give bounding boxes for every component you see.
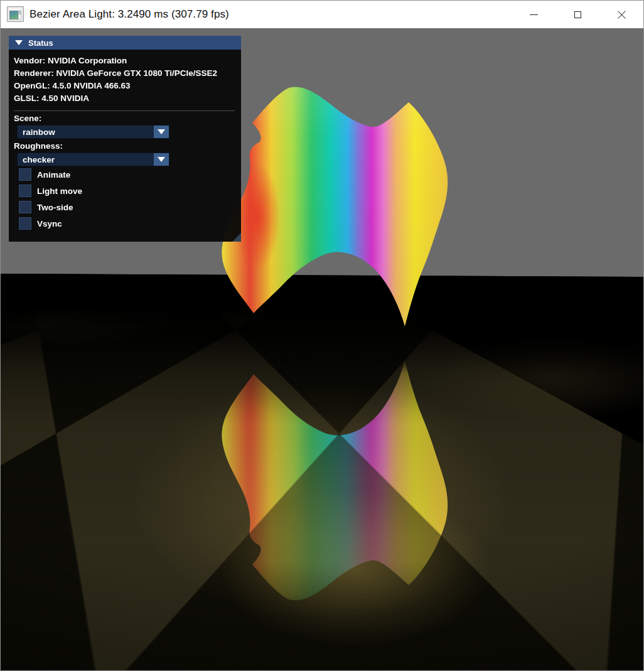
panel-separator [14,110,235,111]
vsync-checkbox[interactable] [19,217,31,230]
app-icon [7,6,24,22]
floor-shading [1,274,643,671]
checker-floor [1,274,643,671]
animate-row: Animate [19,166,235,183]
minimize-icon [530,14,538,15]
app-icon-detail [18,11,21,14]
scene-label: Scene: [14,112,235,125]
animate-checkbox[interactable] [19,168,31,181]
vsync-label: Vsync [37,219,62,228]
minimize-button[interactable] [512,1,555,28]
close-button[interactable] [599,1,643,28]
animate-label: Animate [37,170,70,180]
two-side-label: Two-side [37,203,73,212]
light-move-label: Light move [37,186,82,196]
status-panel-header[interactable]: Status [9,36,241,50]
roughness-dropdown-button[interactable] [154,153,169,166]
two-side-row: Two-side [19,199,235,215]
roughness-label: Roughness: [14,140,235,153]
vsync-row: Vsync [19,215,235,232]
roughness-dropdown[interactable]: checker [17,153,169,166]
window-controls [512,1,643,28]
status-panel-body: Vendor: NVIDIA Corporation Renderer: NVI… [9,50,241,232]
scene-dropdown[interactable]: rainbow [17,125,169,139]
gl-viewport[interactable]: Status Vendor: NVIDIA Corporation Render… [1,28,643,671]
opengl-text: OpenGL: 4.5.0 NVIDIA 466.63 [14,80,235,92]
vendor-text: Vendor: NVIDIA Corporation [14,55,235,67]
app-window: Bezier Area Light: 3.2490 ms (307.79 fps… [0,0,644,671]
status-panel-title: Status [28,38,53,48]
chevron-down-icon [158,129,165,134]
collapse-arrow-icon [15,40,23,45]
two-side-checkbox[interactable] [19,201,31,213]
scene-dropdown-button[interactable] [154,126,169,138]
close-icon [618,11,626,19]
title-bar: Bezier Area Light: 3.2490 ms (307.79 fps… [1,1,643,28]
light-move-row: Light move [19,183,235,199]
glsl-text: GLSL: 4.50 NVIDIA [14,92,235,105]
app-icon-detail [9,11,18,19]
maximize-button[interactable] [555,1,599,28]
scene-dropdown-value: rainbow [18,126,154,138]
window-title: Bezier Area Light: 3.2490 ms (307.79 fps… [30,1,229,28]
roughness-dropdown-value: checker [18,153,154,166]
panel-resize-grip[interactable] [232,233,241,242]
chevron-down-icon [158,157,165,162]
app-icon-detail [9,8,22,10]
status-panel: Status Vendor: NVIDIA Corporation Render… [9,36,241,242]
light-move-checkbox[interactable] [19,185,31,197]
renderer-text: Renderer: NVIDIA GeForce GTX 1080 Ti/PCI… [14,67,235,80]
maximize-icon [574,11,581,18]
